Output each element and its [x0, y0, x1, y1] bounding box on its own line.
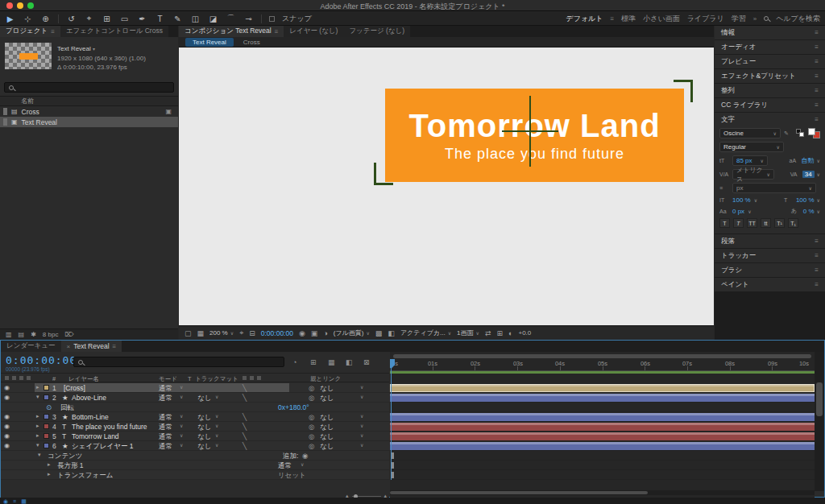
layer-duration-bar[interactable] [390, 394, 815, 402]
time-ruler[interactable]: 0s 01s 02s 03s 04s 05s 06s 07s 08s 09s 1… [390, 359, 815, 371]
track-row-contents[interactable] [390, 451, 815, 461]
track-matte-column-header[interactable]: トラックマット [195, 375, 238, 383]
track-row-1[interactable] [390, 383, 815, 393]
transform-group-row[interactable]: ▸ トランスフォーム リセット [1, 470, 389, 480]
fill-stroke-swatch[interactable] [808, 128, 820, 138]
workspace-standard[interactable]: 標準 [621, 14, 636, 24]
panel-preview[interactable]: プレビュー ≡ [715, 55, 825, 68]
panel-paragraph[interactable]: 段落 ≡ [715, 234, 825, 248]
index-column-header[interactable]: # [52, 375, 56, 382]
tab-footage[interactable]: フッテージ (なし) [343, 26, 410, 37]
contents-group-row[interactable]: ▾ コンテンツ 追加: ◉ [1, 451, 389, 461]
baseline-shift-value[interactable]: 0 px [732, 208, 744, 215]
zoom-level-select[interactable]: 200 % ∨ [209, 329, 234, 337]
draft-3d-icon[interactable]: ⊞ [310, 358, 317, 366]
fill-color-swatch[interactable] [808, 128, 815, 135]
tab-layer[interactable]: レイヤー (なし) [284, 26, 343, 37]
layer-duration-bar[interactable] [390, 432, 815, 440]
collapse-arrow-icon[interactable]: ▾ [36, 442, 39, 448]
tab-composition[interactable]: コンポジション Text Reveal ≡ [179, 26, 284, 37]
panel-menu-icon[interactable]: ≡ [815, 101, 819, 109]
switches-column-icon[interactable] [243, 376, 247, 380]
track-row-2[interactable] [390, 393, 815, 403]
scrollbar-thumb[interactable] [816, 382, 823, 416]
faux-italic-button[interactable]: T [733, 218, 744, 228]
parent-pickwhip-icon[interactable]: ◎ [309, 394, 314, 402]
tsume-value[interactable]: 0 % [803, 208, 815, 215]
tab-render-queue[interactable]: レンダーキュー [1, 341, 61, 352]
clone-stamp-tool-icon[interactable]: ◫ [190, 14, 201, 23]
layer-row-4[interactable]: ◉ ▸ 4 T The place you find future 通常 ∨ な… [1, 422, 389, 432]
snap-checkbox[interactable] [269, 16, 275, 22]
expand-arrow-icon[interactable]: ▸ [48, 471, 51, 477]
time-navigator-bar[interactable] [393, 354, 811, 358]
exposure-icon[interactable]: ◐ [508, 329, 512, 337]
lock-column-icon[interactable] [27, 376, 31, 380]
project-item-cross[interactable]: ▤ Cross ▣ [0, 106, 178, 117]
shape-tool-icon[interactable]: ▭ [119, 14, 130, 23]
rotation-property-row[interactable]: ⊙ 回転 0x+180.0° [1, 403, 389, 412]
quality-switch-icon[interactable]: ╲ [243, 432, 247, 440]
collapse-arrow-icon[interactable]: ▾ [38, 452, 41, 458]
pixel-aspect-correction-icon[interactable]: ⇄ [485, 329, 491, 337]
scrollbar-thumb[interactable] [390, 491, 648, 494]
track-row-rotation[interactable] [390, 403, 815, 412]
layer-row-1[interactable]: ◉ ▸ 1 [Cross] 通常 ∨ ╲ ◎ なし ∨ [1, 383, 389, 393]
graph-editor-toggle-icon[interactable]: ▦ [21, 498, 27, 504]
exposure-value[interactable]: +0.0 [518, 329, 531, 337]
faux-bold-button[interactable]: T [719, 218, 730, 228]
interpret-footage-icon[interactable]: ▥ [6, 331, 12, 338]
black-white-swatches[interactable] [796, 129, 806, 138]
project-columns-header[interactable]: 名前 [0, 96, 178, 106]
layer-row-6[interactable]: ◉ ▾ 6 ★ シェイプレイヤー 1 通常 ∨ なし ∨ ╲ ◎ なし ∨ [1, 441, 389, 451]
panel-info[interactable]: 情報 ≡ [715, 26, 825, 39]
snapshot-icon[interactable]: ◉ [299, 329, 305, 337]
workspace-default[interactable]: デフォルト [566, 14, 603, 24]
quality-switch-icon[interactable]: ╲ [243, 413, 247, 421]
leading-value[interactable]: 自動 [802, 156, 815, 165]
expand-arrow-icon[interactable]: ▸ [36, 384, 39, 390]
always-preview-icon[interactable]: ▢ [184, 329, 192, 337]
canvas-subtitle-text[interactable]: The place you find future [445, 146, 624, 163]
layer-name[interactable]: [Cross] [64, 384, 85, 392]
eye-icon[interactable]: ◉ [4, 394, 10, 401]
help-search-input[interactable]: ヘルプを検索 [776, 14, 820, 24]
zoom-slider[interactable] [352, 496, 381, 497]
panel-menu-icon[interactable]: ≡ [815, 116, 819, 123]
view-layout-select[interactable]: 1画面 ∨ [457, 328, 479, 337]
zoom-tool-icon[interactable]: ⊕ [40, 14, 51, 23]
composition-mini-flowchart-icon[interactable]: ◔ [292, 358, 296, 366]
video-column-icon[interactable] [5, 376, 9, 380]
eyedropper-icon[interactable]: ✎ [784, 130, 794, 137]
font-style-select[interactable]: Regular ∨ [719, 142, 784, 152]
label-color-chip[interactable] [3, 118, 7, 126]
brush-tool-icon[interactable]: ✎ [172, 14, 183, 23]
panel-character[interactable]: 文字 ≡ [715, 113, 825, 126]
layer-color-swatch[interactable] [44, 395, 49, 400]
parent-pickwhip-icon[interactable]: ◎ [309, 413, 314, 421]
composition-canvas[interactable]: Tomorrow Land The place you find future [179, 48, 714, 325]
expand-panel-icon[interactable]: ◉ [3, 498, 8, 504]
transform-label[interactable]: トランスフォーム [57, 471, 113, 481]
quality-switch-icon[interactable]: ╲ [243, 442, 247, 450]
kerning-select[interactable]: メトリクス ∨ [732, 169, 774, 180]
workspace-small-screen[interactable]: 小さい画面 [643, 14, 679, 24]
selection-tool-icon[interactable]: ▶ [5, 14, 15, 23]
new-composition-icon[interactable]: ✱ [31, 331, 36, 338]
workspace-overflow-icon[interactable]: » [753, 15, 757, 23]
layer-switches-toggle-icon[interactable]: ≡ [13, 498, 16, 504]
reset-button[interactable]: リセット [278, 471, 306, 481]
parent-pickwhip-icon[interactable]: ◎ [309, 432, 314, 440]
tab-effect-controls[interactable]: エフェクトコントロール Cross [60, 26, 168, 37]
layer-name-column-header[interactable]: レイヤー名 [68, 375, 99, 383]
layer-name[interactable]: Above-Line [72, 394, 106, 402]
audio-column-icon[interactable] [12, 376, 16, 380]
tab-project[interactable]: プロジェクト ≡ [0, 26, 60, 37]
solo-column-icon[interactable] [19, 376, 23, 380]
camera-select[interactable]: アクティブカ... ∨ [400, 328, 451, 337]
selected-item-name[interactable]: Text Reveal ▾ [57, 44, 146, 54]
parent-link-column-header[interactable]: 親とリンク [310, 375, 341, 383]
pan-behind-tool-icon[interactable]: ⊞ [102, 14, 112, 23]
layer-duration-bar[interactable] [390, 384, 815, 392]
rotation-tool-icon[interactable]: ↺ [66, 14, 77, 23]
